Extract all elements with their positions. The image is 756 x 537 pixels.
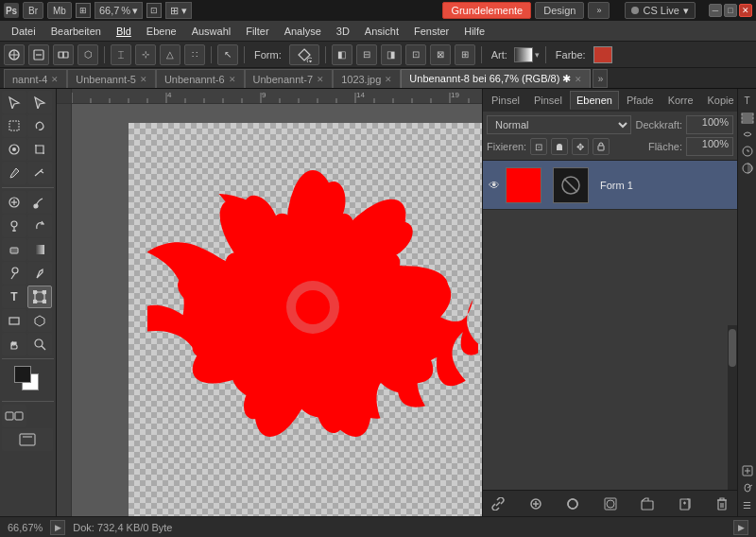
brush-tool[interactable] [27,191,52,214]
menu-analyse[interactable]: Analyse [277,24,329,39]
doc-tab-0[interactable]: nannt-4 ✕ [4,69,67,88]
bridge-button[interactable]: Br [23,2,43,19]
layers-scrollbar[interactable] [728,325,737,490]
doc-tab-2[interactable]: Unbenannt-6 ✕ [156,69,245,88]
mini-bridge-button[interactable]: Mb [47,2,72,19]
status-arrow-button[interactable]: ▶ [50,520,65,535]
doc-tab-1[interactable]: Unbenannt-5 ✕ [67,69,156,88]
right-icon-bottom3[interactable]: ☰ [740,497,755,512]
lock-position-btn[interactable]: ✥ [572,138,589,155]
align-btn-2[interactable]: ⊟ [356,44,377,65]
menu-ansicht[interactable]: Ansicht [357,24,406,39]
quick-mask-button[interactable] [2,405,26,427]
cursor-tool-btn[interactable]: ↖ [217,44,238,65]
align-btn-3[interactable]: ◨ [381,44,402,65]
history-brush-tool[interactable] [27,215,52,237]
path-btn-2[interactable]: ⊹ [135,44,156,65]
right-icon-bottom2[interactable] [740,480,755,495]
path-btn-3[interactable]: △ [160,44,180,65]
doc-tab-4[interactable]: 1023.jpg ✕ [333,69,401,88]
screen-mode-toggle[interactable] [2,428,53,451]
menu-fenster[interactable]: Fenster [406,24,456,39]
spot-healing-tool[interactable] [2,191,26,214]
delete-layer-button[interactable] [713,494,731,513]
hand-tool[interactable] [2,333,26,355]
options-btn-1[interactable] [28,44,49,65]
opacity-value[interactable]: 100% [686,115,733,134]
foreground-color-swatch[interactable] [14,366,31,383]
right-icon-4[interactable] [740,144,755,159]
layer-visibility-toggle[interactable]: 👁 [487,178,502,193]
gradient-tool[interactable] [27,238,52,261]
menu-hilfe[interactable]: Hilfe [456,24,492,39]
lasso-tool[interactable] [27,114,52,137]
path-selection-tool[interactable] [27,286,52,308]
direct-selection-tool[interactable] [27,91,52,113]
doc-tab-close-5[interactable]: ✕ [575,75,582,84]
panel-tab-pinsel2[interactable]: Pinsel [527,91,569,110]
clone-stamp-tool[interactable] [2,215,26,237]
layout-button[interactable]: ⊞ [76,3,91,18]
panel-tab-pfade[interactable]: Pfade [620,91,661,110]
crop-tool[interactable] [27,138,52,161]
right-icon-text[interactable]: T [740,93,755,108]
new-fill-adjustment-button[interactable] [563,494,582,513]
panel-tab-pinsel1[interactable]: Pinsel [485,91,526,110]
scroll-right-btn[interactable]: ▶ [733,520,748,535]
eyedropper-tool[interactable] [2,162,26,184]
eraser-tool[interactable] [2,238,26,261]
selection-tool[interactable] [2,91,26,113]
panel-tab-kopie[interactable]: Kopie [701,91,737,110]
doc-tab-5[interactable]: Unbenannt-8 bei 66,7% (RGB/8) ✱ ✕ [401,69,591,88]
scroll-thumb[interactable] [729,329,736,367]
new-layer-button[interactable] [676,494,695,513]
fill-value[interactable]: 100% [686,137,733,156]
align-btn-1[interactable]: ◧ [332,44,352,65]
right-icon-adjust[interactable] [740,161,755,176]
pen-tool[interactable] [27,262,52,285]
panel-tab-ebenen[interactable]: Ebenen [570,91,619,110]
right-icon-bottom1[interactable] [740,463,755,478]
doc-tab-close-3[interactable]: ✕ [317,75,324,84]
shape-picker[interactable]: ▾ [289,44,319,65]
layer-row[interactable]: 👁 Form 1 [483,161,737,210]
lock-all-btn[interactable] [593,138,610,155]
blend-mode-select[interactable]: Normal [487,115,631,134]
add-layer-effect-button[interactable] [526,494,545,513]
menu-filter[interactable]: Filter [238,24,276,39]
cs-live-button[interactable]: CS Live ▾ [625,2,696,19]
align-btn-4[interactable]: ⊡ [405,44,426,65]
rectangle-tool[interactable] [2,309,26,332]
doc-tab-close-4[interactable]: ✕ [385,75,392,84]
panel-tab-korre[interactable]: Korre [662,91,700,110]
options-btn-3[interactable]: ⬡ [77,44,98,65]
3d-tool[interactable] [27,309,52,332]
menu-3d[interactable]: 3D [329,24,357,39]
tool-preset-picker[interactable] [4,44,25,65]
lock-pixels-btn[interactable] [551,138,568,155]
new-group-button[interactable] [638,494,657,513]
type-tool[interactable]: T [2,286,26,308]
ruler-tool[interactable] [27,162,52,184]
align-btn-6[interactable]: ⊞ [455,44,475,65]
menu-datei[interactable]: Datei [4,24,43,39]
quick-selection-tool[interactable] [2,138,26,161]
dodge-tool[interactable] [2,262,26,285]
zoom-tool[interactable] [27,333,52,355]
screen-mode-button[interactable]: ⊡ [146,3,162,18]
menu-ebene[interactable]: Ebene [139,24,184,39]
maximize-button[interactable]: □ [724,4,737,17]
options-btn-2[interactable] [53,44,74,65]
canvas-viewport[interactable] [72,104,482,516]
color-swatch[interactable] [593,46,612,63]
menu-bld[interactable]: Bld [109,24,139,39]
doc-tab-close-2[interactable]: ✕ [229,75,236,84]
doc-tab-close-1[interactable]: ✕ [140,75,147,84]
align-btn-5[interactable]: ⊠ [430,44,451,65]
design-workspace-button[interactable]: Design [535,2,584,19]
path-btn-1[interactable]: ⌶ [111,44,131,65]
right-icon-3[interactable] [740,127,755,142]
new-layer-mask-button[interactable] [601,494,620,513]
doc-tab-3[interactable]: Unbenannt-7 ✕ [245,69,334,88]
right-icon-layers-panel[interactable] [740,110,755,125]
